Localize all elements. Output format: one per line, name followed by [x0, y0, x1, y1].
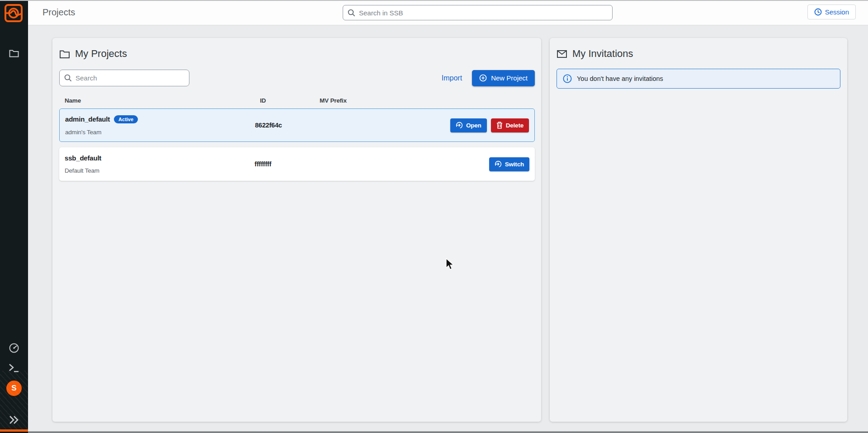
terminal-icon [9, 363, 19, 372]
delete-button-label: Delete [506, 122, 524, 129]
sidebar: S [0, 0, 28, 433]
global-search-input[interactable] [359, 9, 608, 17]
delete-button[interactable]: Delete [491, 118, 529, 132]
project-row-ssb-default[interactable]: ssb_default Default Team ffffffff Switch [59, 147, 535, 181]
project-row-admin-default[interactable]: admin_default Active admin's Team 8622f6… [59, 108, 535, 142]
envelope-icon [557, 50, 567, 58]
session-button-label: Session [825, 8, 849, 16]
import-link[interactable]: Import [442, 74, 462, 82]
info-icon [563, 74, 572, 83]
project-team: admin's Team [65, 129, 255, 136]
topbar: Projects Session [28, 0, 868, 25]
no-invitations-alert: You don't have any invitations [557, 69, 840, 89]
folder-icon [59, 49, 70, 59]
project-actions: Switch [489, 157, 529, 171]
window-bottom-edge [28, 431, 868, 433]
project-id: ffffffff [255, 160, 314, 168]
column-id: ID [260, 97, 320, 104]
global-search[interactable] [343, 5, 613, 20]
projects-search[interactable] [59, 70, 189, 86]
my-invitations-panel: My Invitations You don't have any invita… [550, 38, 847, 422]
sidebar-expand-button[interactable] [0, 412, 28, 428]
project-id: 8622f64c [255, 122, 315, 129]
column-name: Name [65, 97, 260, 104]
search-icon [348, 9, 355, 17]
gauge-icon [9, 343, 19, 353]
new-project-button[interactable]: New Project [472, 70, 535, 86]
project-name: ssb_default [65, 154, 101, 162]
project-actions: Open Delete [450, 118, 529, 132]
sidebar-item-projects[interactable] [0, 46, 28, 60]
column-mv-prefix: MV Prefix [320, 97, 463, 104]
ssb-logo-icon [4, 4, 23, 23]
project-team: Default Team [65, 167, 255, 174]
my-projects-title: My Projects [75, 48, 127, 60]
column-actions [463, 97, 536, 104]
projects-search-input[interactable] [75, 74, 184, 82]
my-projects-header: My Projects [52, 38, 541, 62]
project-name-cell: ssb_default Default Team [65, 154, 255, 174]
switch-button[interactable]: Switch [489, 157, 529, 171]
my-invitations-title: My Invitations [572, 48, 633, 60]
projects-controls-row: Import New Project [52, 62, 541, 91]
no-invitations-message: You don't have any invitations [577, 75, 663, 82]
plus-circle-icon [479, 74, 487, 82]
open-button[interactable]: Open [450, 118, 487, 132]
project-name-cell: admin_default Active admin's Team [65, 115, 255, 136]
folder-icon [9, 49, 19, 57]
switch-button-label: Switch [505, 161, 524, 168]
arrow-circle-right-icon [456, 122, 463, 129]
session-button[interactable]: Session [807, 5, 856, 19]
open-button-label: Open [466, 122, 481, 129]
trash-icon [496, 122, 503, 129]
sidebar-item-console[interactable] [0, 361, 28, 375]
double-chevron-right-icon [8, 414, 20, 425]
page-title: Projects [42, 7, 75, 18]
user-avatar[interactable]: S [0, 380, 28, 396]
my-projects-panel: My Projects Import New Project Name ID M… [52, 38, 541, 422]
app-logo[interactable] [4, 3, 24, 23]
avatar-letter: S [6, 381, 22, 396]
sidebar-item-monitoring[interactable] [0, 341, 28, 355]
active-badge: Active [114, 115, 138, 123]
clock-icon [814, 8, 822, 16]
projects-table-header: Name ID MV Prefix [52, 91, 541, 108]
search-icon [64, 74, 72, 82]
window-top-edge [0, 0, 868, 1]
arrow-circle-right-icon [495, 160, 502, 168]
project-name: admin_default [65, 115, 110, 123]
my-invitations-header: My Invitations [550, 38, 847, 62]
new-project-label: New Project [491, 74, 528, 82]
